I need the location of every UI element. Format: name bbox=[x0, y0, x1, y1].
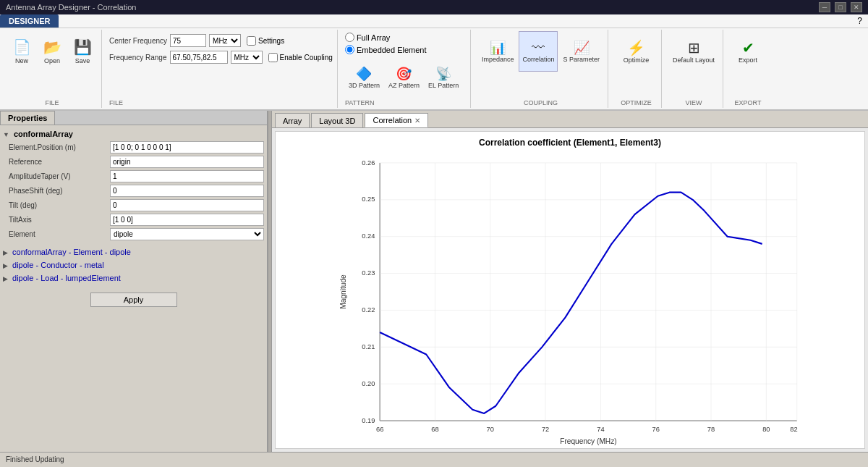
prop-element-label: Element bbox=[9, 230, 110, 238]
chart-svg: 0.19 0.20 0.21 0.22 0.23 0.24 0.25 0.26 … bbox=[276, 151, 864, 445]
prop-amplitude-input[interactable] bbox=[110, 170, 264, 182]
3d-pattern-button[interactable]: 🔷 3D Pattern bbox=[345, 57, 383, 98]
tree-sub-label-2: dipole - Conductor - metal bbox=[12, 261, 104, 269]
prop-amplitude-label: AmplitudeTaper (V) bbox=[9, 172, 110, 180]
optimize-button[interactable]: ⚡ Optimize bbox=[620, 31, 653, 72]
new-icon: 📄 bbox=[13, 38, 31, 56]
settings-checkbox[interactable] bbox=[247, 36, 256, 46]
file-buttons: 📄 New 📂 Open 💾 Save bbox=[7, 31, 97, 98]
ribbon: DESIGNER ? 📄 New 📂 Open 💾 Save bbox=[0, 14, 868, 111]
properties-tab[interactable]: Properties bbox=[0, 111, 55, 125]
help-icon[interactable]: ? bbox=[857, 16, 862, 26]
coupling-section: 📊 Impedance 〰 Correlation 📈 S Parameter … bbox=[474, 30, 608, 108]
el-pattern-icon: 📡 bbox=[435, 66, 451, 82]
designer-tab[interactable]: DESIGNER bbox=[0, 14, 59, 28]
correlation-tab[interactable]: Correlation ✕ bbox=[365, 113, 428, 127]
el-pattern-button[interactable]: 📡 EL Pattern bbox=[425, 57, 462, 98]
status-bar: Finished Updating bbox=[0, 452, 868, 466]
apply-button[interactable]: Apply bbox=[90, 293, 177, 307]
freq-range-row: Frequency Range MHz Enable Coupling bbox=[109, 51, 333, 64]
svg-text:68: 68 bbox=[431, 426, 438, 433]
pattern-label: PATTERN bbox=[345, 98, 375, 106]
correlation-tab-close[interactable]: ✕ bbox=[414, 117, 420, 125]
tree-root[interactable]: ▼ conformalArray bbox=[3, 128, 264, 140]
optimize-icon: ⚡ bbox=[627, 39, 645, 56]
new-button[interactable]: 📄 New bbox=[7, 31, 36, 72]
export-label: EXPORT bbox=[735, 98, 762, 106]
array-tab[interactable]: Array bbox=[275, 113, 310, 127]
center-freq-unit-select[interactable]: MHz bbox=[209, 34, 241, 47]
default-layout-button[interactable]: ⊞ Default Layout bbox=[669, 31, 718, 72]
svg-text:0.20: 0.20 bbox=[362, 380, 375, 387]
input-label: FILE bbox=[109, 98, 123, 106]
center-freq-row: Center Frequency MHz Settings bbox=[109, 34, 333, 47]
tree-root-label: conformalArray bbox=[14, 130, 73, 138]
freq-range-unit-select[interactable]: MHz bbox=[231, 51, 263, 64]
array-tab-label: Array bbox=[283, 117, 302, 125]
chart-title: Correlation coefficient (Element1, Eleme… bbox=[276, 132, 864, 151]
close-button[interactable]: ✕ bbox=[851, 2, 862, 12]
correlation-curve-data bbox=[380, 193, 762, 413]
tree-sub-element-dipole[interactable]: ▶ conformalArray - Element - dipole bbox=[3, 246, 264, 258]
s-parameter-button[interactable]: 📈 S Parameter bbox=[559, 31, 603, 72]
prop-element-select[interactable]: dipole bbox=[110, 228, 264, 240]
open-icon: 📂 bbox=[43, 38, 61, 56]
export-button[interactable]: ✔ Export bbox=[733, 31, 762, 72]
prop-row-reference: Reference bbox=[9, 156, 264, 168]
save-button[interactable]: 💾 Save bbox=[68, 31, 97, 72]
title-bar: Antenna Array Designer - Correlation ─ □… bbox=[0, 0, 868, 14]
view-label: VIEW bbox=[686, 98, 702, 106]
embedded-element-radio[interactable] bbox=[345, 45, 354, 54]
svg-text:66: 66 bbox=[376, 426, 383, 433]
tree-sub-label-1: conformalArray - Element - dipole bbox=[12, 248, 131, 256]
tree-sub-conductor-metal[interactable]: ▶ dipole - Conductor - metal bbox=[3, 259, 264, 271]
svg-text:70: 70 bbox=[487, 426, 494, 433]
prop-row-position: Element.Position (m) bbox=[9, 141, 264, 153]
correlation-icon: 〰 bbox=[532, 41, 545, 56]
full-array-radio[interactable] bbox=[345, 33, 354, 42]
optimize-section: ⚡ Optimize OPTIMIZE bbox=[611, 30, 662, 108]
open-button[interactable]: 📂 Open bbox=[38, 31, 67, 72]
right-panel: Array Layout 3D Correlation ✕ Correlatio… bbox=[272, 111, 868, 452]
minimize-button[interactable]: ─ bbox=[819, 2, 830, 12]
svg-text:0.19: 0.19 bbox=[362, 417, 375, 424]
az-pattern-button[interactable]: 🎯 AZ Pattern bbox=[385, 57, 423, 98]
prop-row-tilt: Tilt (deg) bbox=[9, 199, 264, 211]
prop-tiltaxis-input[interactable] bbox=[110, 214, 264, 226]
svg-text:82: 82 bbox=[790, 426, 797, 433]
svg-text:80: 80 bbox=[762, 426, 770, 433]
prop-element-value: dipole bbox=[110, 228, 264, 240]
pattern-buttons: 🔷 3D Pattern 🎯 AZ Pattern 📡 EL Pattern bbox=[345, 57, 462, 98]
export-buttons: ✔ Export bbox=[733, 31, 762, 98]
freq-range-label: Frequency Range bbox=[109, 54, 167, 62]
prop-position-label: Element.Position (m) bbox=[9, 143, 110, 151]
prop-position-input[interactable] bbox=[110, 141, 264, 153]
center-freq-input[interactable] bbox=[170, 34, 206, 47]
default-layout-icon: ⊞ bbox=[688, 39, 700, 56]
3d-pattern-icon: 🔷 bbox=[356, 66, 372, 82]
freq-range-input[interactable] bbox=[170, 51, 228, 64]
layout3d-tab[interactable]: Layout 3D bbox=[311, 113, 363, 127]
enable-coupling-checkbox[interactable] bbox=[268, 53, 278, 62]
svg-text:0.26: 0.26 bbox=[362, 159, 375, 167]
impedance-button[interactable]: 📊 Impedance bbox=[478, 31, 518, 72]
prop-row-tiltaxis: TiltAxis bbox=[9, 214, 264, 226]
tree-arrow-root: ▼ bbox=[3, 131, 9, 138]
svg-text:74: 74 bbox=[597, 426, 604, 433]
chart-area: Correlation coefficient (Element1, Eleme… bbox=[275, 131, 865, 449]
prop-tilt-input[interactable] bbox=[110, 199, 264, 211]
prop-row-element: Element dipole bbox=[9, 228, 264, 240]
coupling-buttons: 📊 Impedance 〰 Correlation 📈 S Parameter bbox=[478, 31, 603, 98]
left-panel: Properties ▼ conformalArray Element.Posi… bbox=[0, 111, 268, 452]
prop-phase-input[interactable] bbox=[110, 185, 264, 197]
svg-text:0.25: 0.25 bbox=[362, 195, 375, 203]
svg-text:72: 72 bbox=[542, 426, 549, 433]
prop-phase-value bbox=[110, 185, 264, 197]
panel-tabs: Properties bbox=[0, 111, 267, 125]
view-buttons: ⊞ Default Layout bbox=[669, 31, 718, 98]
tree-arrow-sub3: ▶ bbox=[3, 275, 8, 282]
correlation-button[interactable]: 〰 Correlation bbox=[519, 31, 558, 72]
tree-sub-load-lumped[interactable]: ▶ dipole - Load - lumpedElement bbox=[3, 272, 264, 284]
restore-button[interactable]: □ bbox=[835, 2, 846, 12]
prop-reference-input[interactable] bbox=[110, 156, 264, 168]
